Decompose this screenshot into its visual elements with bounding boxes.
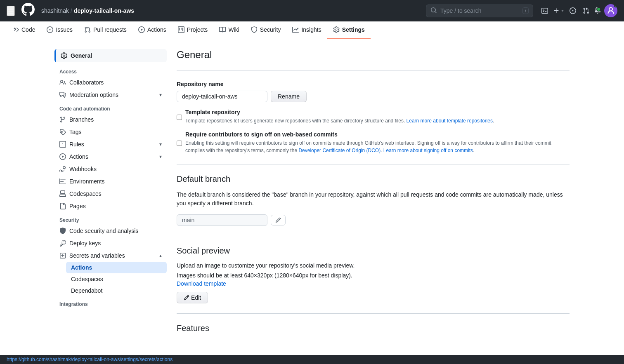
github-logo[interactable] [21,3,35,19]
template-repo-link[interactable]: Learn more about template repositories [407,118,493,124]
sidebar-sub-codespaces-label: Codespaces [71,276,103,282]
sidebar-deploy-keys-label: Deploy keys [69,240,101,247]
repo-name-input[interactable] [177,91,267,102]
sidebar-sub-actions-label: Actions [71,264,92,271]
rename-button[interactable]: Rename [271,91,307,102]
search-shortcut: / [522,7,529,14]
comment-icon [59,92,66,98]
sidebar-item-collaborators[interactable]: Collaborators [54,76,167,89]
tab-code[interactable]: Code [7,21,41,39]
notifications-button[interactable] [594,7,601,15]
sidebar-item-pages[interactable]: Pages [54,200,167,212]
default-branch-desc: The default branch is considered the "ba… [177,190,570,208]
repo-name-row: Rename [177,91,570,102]
tab-pullrequests-label: Pull requests [93,26,127,33]
sidebar-item-general[interactable]: General [54,49,167,62]
branch-icon [59,116,66,123]
features-heading: Features [177,324,570,336]
search-text: Type / to search [440,7,519,14]
tab-pullrequests[interactable]: Pull requests [78,21,132,39]
edit-branch-button[interactable] [271,215,286,225]
sign-off-link[interactable]: Learn more about signing off on commits [383,148,473,153]
avatar-status-dot [614,4,617,7]
tab-actions[interactable]: Actions [132,21,172,39]
download-template-link[interactable]: Download template [177,280,570,287]
issues-icon-button[interactable] [568,6,578,16]
sidebar-item-moderation[interactable]: Moderation options ▾ [54,89,167,101]
terminal-icon-button[interactable] [540,6,550,16]
environment-icon [59,178,66,185]
social-preview-divider [177,236,570,236]
sidebar-environments-label: Environments [69,178,105,185]
sidebar-item-codespaces[interactable]: Codespaces [54,188,167,200]
template-repo-desc: Template repositories let users generate… [185,117,494,124]
sidebar-item-deploy-keys[interactable]: Deploy keys [54,237,167,249]
tag-icon [59,129,66,135]
social-preview-heading: Social preview [177,246,570,259]
sidebar-item-secrets[interactable]: Secrets and variables ▴ [54,249,167,262]
sidebar-section-code: Code and automation [54,101,167,113]
branch-input-row [177,214,570,226]
sidebar-rules-label: Rules [69,141,84,148]
sidebar-item-tags[interactable]: Tags [54,126,167,138]
template-repo-label[interactable]: Template repository [185,109,240,115]
title-divider [177,70,570,71]
actions-chevron: ▾ [159,154,162,160]
sidebar-sub-item-codespaces[interactable]: Codespaces [66,273,167,285]
topbar-icons [540,4,617,17]
sidebar-section-security: Security [54,212,167,225]
sidebar-item-webhooks[interactable]: Webhooks [54,163,167,175]
sidebar-item-environments[interactable]: Environments [54,175,167,188]
page-title: General [177,49,570,61]
webhook-icon [59,166,66,172]
moderation-chevron: ▾ [159,92,162,98]
branch-name-input [177,214,267,226]
pencil-edit-icon [184,295,189,301]
pages-icon [59,203,66,209]
sidebar-pages-label: Pages [69,203,86,209]
sidebar-item-branches[interactable]: Branches [54,113,167,126]
repo-breadcrumb: shashitnak / deploy-tailcall-on-aws [41,7,134,14]
dco-link[interactable]: Developer Certificate of Origin (DCO) [298,148,381,153]
template-repo-checkbox[interactable] [177,110,182,124]
default-branch-heading: Default branch [177,174,570,187]
repo-name-group: Repository name Rename [177,81,570,102]
menu-icon[interactable] [7,6,15,16]
tab-issues[interactable]: Issues [41,21,78,39]
social-image-note: Images should be at least 640×320px (128… [177,272,570,279]
sidebar-sub-item-dependabot[interactable]: Dependabot [66,285,167,296]
edit-social-button[interactable]: Edit [177,292,208,303]
pull-requests-icon-button[interactable] [581,6,591,16]
codespaces-icon [59,190,66,197]
tab-settings-label: Settings [342,26,365,33]
new-item-dropdown[interactable] [553,7,565,14]
tab-security[interactable]: Security [245,21,287,39]
content-area: General Repository name Rename Template … [177,49,570,340]
sign-off-content: Require contributors to sign off on web-… [185,131,570,154]
repo-name-link[interactable]: deploy-tailcall-on-aws [74,7,134,14]
tab-insights[interactable]: Insights [286,21,327,39]
breadcrumb-slash: / [71,7,72,14]
search-bar[interactable]: Type / to search / [426,5,533,17]
topbar: shashitnak / deploy-tailcall-on-aws Type… [0,0,624,21]
sign-off-checkbox[interactable] [177,132,182,154]
shield-check-icon [59,228,66,234]
tab-projects[interactable]: Projects [172,21,214,39]
key-icon [59,240,66,247]
sidebar-sub-item-actions[interactable]: Actions [66,262,167,273]
sign-off-label[interactable]: Require contributors to sign off on web-… [185,131,338,138]
tab-settings[interactable]: Settings [327,21,371,39]
tab-wiki-label: Wiki [228,26,239,33]
search-icon [430,7,437,15]
sidebar-section-integrations: Integrations [54,296,167,309]
sidebar-item-rules[interactable]: Rules ▾ [54,138,167,150]
sidebar-moderation-label: Moderation options [69,92,118,98]
tab-wiki[interactable]: Wiki [213,21,245,39]
repo-owner-link[interactable]: shashitnak [41,7,69,14]
user-avatar[interactable] [604,4,617,17]
sidebar-item-code-security[interactable]: Code security and analysis [54,225,167,237]
person-icon [59,79,66,86]
sidebar-item-actions[interactable]: Actions ▾ [54,150,167,163]
default-branch-divider [177,164,570,164]
features-divider [177,313,570,314]
